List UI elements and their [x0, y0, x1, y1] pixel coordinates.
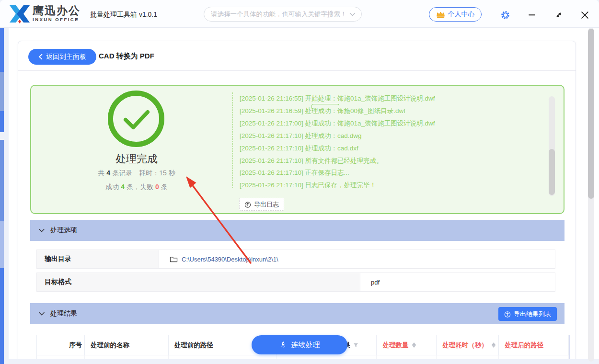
- log-line: [2025-01-26 21:16:59] 处理成功：饰施00修_图纸目录.dw…: [240, 105, 541, 117]
- export-result-list-button[interactable]: 导出结果列表: [498, 307, 557, 321]
- export-log-button[interactable]: 导出日志: [239, 198, 284, 211]
- fail-count: 0: [155, 183, 159, 191]
- output-dir-label: 输出目录: [37, 250, 159, 268]
- log-line: [2025-01-26 21:17:10] 处理成功：cad.dwg: [240, 130, 541, 142]
- status-badge: [311, 104, 339, 108]
- chevron-down-icon: [39, 228, 45, 232]
- column-name-before: 处理前的名称: [85, 335, 169, 355]
- main-card: 返回到主面板 CAD 转换为 PDF 处理完成 共4条记录耗时：15 秒 成功4…: [18, 41, 576, 364]
- elapsed-seconds: 15: [159, 169, 167, 177]
- filter-funnel-icon[interactable]: [353, 342, 358, 348]
- back-button-label: 返回到主面板: [46, 53, 86, 61]
- output-dir-path: C:\Users\54390\Desktop\inxun\2\1\: [182, 256, 278, 263]
- upload-icon: [504, 311, 511, 318]
- settings-button[interactable]: [499, 10, 511, 20]
- brand-name: 鹰迅办公: [33, 4, 81, 17]
- log-line: [2025-01-26 21:17:10] 处理成功：cad.dxf: [240, 142, 541, 155]
- close-button[interactable]: [579, 10, 590, 20]
- close-icon: [581, 11, 589, 19]
- column-select: [37, 335, 63, 355]
- brand-subtitle: INXUN OFFICE: [33, 17, 81, 22]
- log-line: [2025-01-26 21:16:55] 开始处理：饰施01a_装饰施工图设计…: [240, 92, 541, 105]
- window-scrollbar[interactable]: [588, 28, 594, 362]
- crown-icon: [436, 11, 445, 18]
- log-line: [2025-01-26 21:17:10] 正在保存日志...: [240, 167, 541, 179]
- log-line: [2025-01-26 21:17:10] 所有文件都已经处理完成。: [240, 155, 541, 167]
- titlebar: 鹰迅办公 INXUN OFFICE 批量处理工具箱 v1.0.1 请选择一个具体…: [0, 0, 599, 28]
- inxun-logo-icon: [9, 4, 31, 24]
- folder-icon: [170, 256, 178, 262]
- minimize-button[interactable]: [526, 10, 538, 20]
- export-log-label: 导出日志: [254, 200, 279, 209]
- section-results-title: 处理结果: [50, 309, 77, 318]
- sort-icon[interactable]: [492, 342, 495, 348]
- section-options-header[interactable]: 处理选项: [30, 220, 564, 241]
- minimize-icon: [528, 11, 536, 19]
- section-results-header[interactable]: 处理结果 导出结果列表: [30, 303, 564, 324]
- page-title: CAD 转换为 PDF: [99, 52, 154, 61]
- app-title: 批量处理工具箱 v1.0.1: [90, 11, 157, 19]
- column-index: 序号: [63, 335, 85, 355]
- divider: [18, 70, 576, 71]
- target-format-value: pdf: [371, 279, 380, 286]
- resize-diagonal-icon: [555, 11, 563, 19]
- function-select-placeholder: 请选择一个具体的功能，也可输入关键字搜索！: [211, 10, 349, 19]
- user-center-button[interactable]: 个人中心: [429, 7, 482, 22]
- continue-processing-button[interactable]: 连续处理: [252, 335, 347, 354]
- target-format-value-cell[interactable]: pdf: [360, 273, 555, 291]
- brand-text: 鹰迅办公 INXUN OFFICE: [33, 4, 81, 22]
- maximize-button[interactable]: [553, 10, 564, 20]
- check-icon: [113, 96, 159, 142]
- stats-success-fail: 成功4条，失败0条: [31, 183, 242, 192]
- result-success-panel: 处理完成 共4条记录耗时：15 秒 成功4条，失败0条 [2025-01-26 …: [30, 85, 564, 214]
- stats-summary: 共4条记录耗时：15 秒: [31, 169, 242, 178]
- log-scrollbar[interactable]: [549, 96, 555, 196]
- column-elapsed[interactable]: 处理耗时（秒）: [437, 335, 499, 355]
- gear-icon: [501, 11, 510, 20]
- success-ring: [108, 91, 164, 147]
- log-line: [2025-01-26 21:17:00] 处理成功：饰施01a_装饰施工图设计…: [240, 117, 541, 130]
- log-list: [2025-01-26 21:16:55] 开始处理：饰施01a_装饰施工图设计…: [232, 92, 541, 188]
- window-scrollbar-thumb[interactable]: [588, 29, 594, 199]
- user-center-label: 个人中心: [448, 10, 475, 19]
- target-format-row: 目标格式 pdf: [36, 273, 555, 292]
- chevron-left-icon: [38, 54, 43, 60]
- continue-processing-label: 连续处理: [291, 341, 320, 350]
- upload-icon: [244, 201, 251, 208]
- table-right-border: [569, 335, 570, 360]
- export-result-list-label: 导出结果列表: [514, 310, 551, 318]
- section-options-title: 处理选项: [50, 226, 77, 235]
- column-count[interactable]: 处理数量: [377, 335, 437, 355]
- left-edge-window-sliver: [0, 28, 4, 364]
- log-scrollbar-thumb[interactable]: [549, 149, 555, 195]
- total-count: 4: [106, 169, 110, 177]
- status-title: 处理完成: [31, 152, 242, 166]
- output-dir-row: 输出目录 C:\Users\54390\Desktop\inxun\2\1\: [36, 250, 555, 269]
- column-path-after: 处理后的路径: [499, 335, 569, 355]
- log-line: [2025-01-26 21:17:10] 日志已保存，处理完毕！: [240, 179, 541, 192]
- output-dir-value-cell[interactable]: C:\Users\54390\Desktop\inxun\2\1\: [159, 250, 555, 268]
- chevron-down-icon: [349, 12, 356, 16]
- rocket-icon: [279, 341, 287, 349]
- function-select[interactable]: 请选择一个具体的功能，也可输入关键字搜索！: [204, 7, 362, 22]
- sort-icon[interactable]: [412, 342, 416, 348]
- success-count: 4: [121, 183, 125, 191]
- chevron-down-icon: [39, 312, 45, 316]
- back-to-dashboard-button[interactable]: 返回到主面板: [28, 49, 96, 65]
- window-bottom-strip: [0, 359, 599, 364]
- target-format-label: 目标格式: [37, 273, 360, 291]
